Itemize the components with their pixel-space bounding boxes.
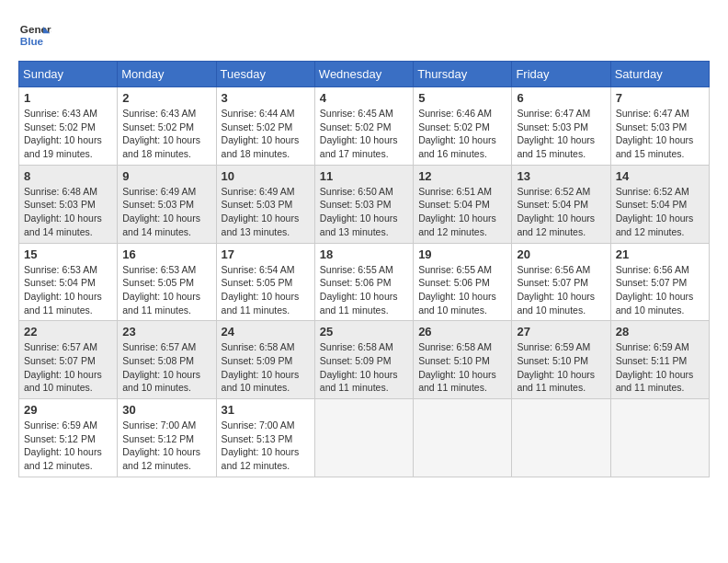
calendar-cell: 1Sunrise: 6:43 AMSunset: 5:02 PMDaylight…: [19, 87, 118, 166]
calendar-cell: 5Sunrise: 6:46 AMSunset: 5:02 PMDaylight…: [414, 87, 512, 166]
calendar-cell: 6Sunrise: 6:47 AMSunset: 5:03 PMDaylight…: [512, 87, 610, 166]
calendar-cell: 30Sunrise: 7:00 AMSunset: 5:12 PMDayligh…: [118, 399, 216, 477]
day-number: 4: [320, 91, 408, 105]
day-info: Sunrise: 6:49 AMSunset: 5:03 PMDaylight:…: [122, 185, 210, 239]
day-number: 15: [24, 247, 112, 261]
day-number: 17: [222, 247, 310, 261]
calendar-cell: 3Sunrise: 6:44 AMSunset: 5:02 PMDaylight…: [216, 87, 314, 166]
day-info: Sunrise: 6:58 AMSunset: 5:10 PMDaylight:…: [418, 340, 506, 395]
day-info: Sunrise: 6:50 AMSunset: 5:03 PMDaylight:…: [320, 185, 408, 239]
day-number: 24: [222, 325, 310, 339]
calendar-cell: [512, 399, 610, 477]
calendar-cell: 15Sunrise: 6:53 AMSunset: 5:04 PMDayligh…: [19, 243, 118, 321]
day-info: Sunrise: 6:58 AMSunset: 5:09 PMDaylight:…: [320, 340, 408, 395]
calendar-cell: 11Sunrise: 6:50 AMSunset: 5:03 PMDayligh…: [314, 165, 413, 243]
day-number: 27: [517, 325, 605, 339]
calendar-cell: 13Sunrise: 6:52 AMSunset: 5:04 PMDayligh…: [512, 165, 610, 243]
calendar-cell: 31Sunrise: 7:00 AMSunset: 5:13 PMDayligh…: [216, 399, 314, 477]
day-number: 13: [517, 169, 605, 183]
day-info: Sunrise: 6:59 AMSunset: 5:12 PMDaylight:…: [24, 419, 112, 473]
day-info: Sunrise: 6:56 AMSunset: 5:07 PMDaylight:…: [517, 263, 605, 317]
day-info: Sunrise: 6:55 AMSunset: 5:06 PMDaylight:…: [418, 263, 506, 317]
day-info: Sunrise: 6:59 AMSunset: 5:11 PMDaylight:…: [616, 340, 704, 395]
calendar-cell: 20Sunrise: 6:56 AMSunset: 5:07 PMDayligh…: [512, 243, 610, 321]
day-number: 20: [517, 247, 605, 261]
day-number: 25: [320, 325, 408, 339]
weekday-header-tuesday: Tuesday: [216, 62, 314, 87]
day-info: Sunrise: 6:43 AMSunset: 5:02 PMDaylight:…: [122, 107, 210, 161]
weekday-header-sunday: Sunday: [19, 62, 118, 87]
day-info: Sunrise: 6:52 AMSunset: 5:04 PMDaylight:…: [616, 185, 704, 239]
day-number: 31: [222, 403, 310, 417]
day-info: Sunrise: 6:57 AMSunset: 5:08 PMDaylight:…: [122, 340, 210, 395]
day-info: Sunrise: 6:49 AMSunset: 5:03 PMDaylight:…: [222, 185, 310, 239]
day-number: 6: [517, 91, 605, 105]
day-number: 21: [616, 247, 704, 261]
calendar-cell: 26Sunrise: 6:58 AMSunset: 5:10 PMDayligh…: [414, 321, 512, 399]
weekday-header-thursday: Thursday: [414, 62, 512, 87]
calendar-cell: 10Sunrise: 6:49 AMSunset: 5:03 PMDayligh…: [216, 165, 314, 243]
day-info: Sunrise: 6:46 AMSunset: 5:02 PMDaylight:…: [418, 107, 506, 161]
weekday-header-saturday: Saturday: [610, 62, 709, 87]
calendar-cell: [414, 399, 512, 477]
calendar-cell: 22Sunrise: 6:57 AMSunset: 5:07 PMDayligh…: [19, 321, 118, 399]
day-info: Sunrise: 6:53 AMSunset: 5:04 PMDaylight:…: [24, 263, 112, 317]
logo: General Blue: [18, 18, 51, 52]
calendar-cell: [314, 399, 413, 477]
calendar-cell: 8Sunrise: 6:48 AMSunset: 5:03 PMDaylight…: [19, 165, 118, 243]
svg-text:General: General: [20, 23, 51, 35]
calendar-cell: 16Sunrise: 6:53 AMSunset: 5:05 PMDayligh…: [118, 243, 216, 321]
calendar-cell: 7Sunrise: 6:47 AMSunset: 5:03 PMDaylight…: [610, 87, 709, 166]
day-number: 14: [616, 169, 704, 183]
day-info: Sunrise: 6:56 AMSunset: 5:07 PMDaylight:…: [616, 263, 704, 317]
calendar-cell: 14Sunrise: 6:52 AMSunset: 5:04 PMDayligh…: [610, 165, 709, 243]
day-number: 9: [122, 169, 210, 183]
day-number: 26: [418, 325, 506, 339]
day-number: 8: [24, 169, 112, 183]
logo-icon: General Blue: [18, 18, 51, 52]
weekday-header-row: SundayMondayTuesdayWednesdayThursdayFrid…: [19, 62, 710, 87]
weekday-header-monday: Monday: [118, 62, 216, 87]
calendar-cell: 4Sunrise: 6:45 AMSunset: 5:02 PMDaylight…: [314, 87, 413, 166]
calendar-cell: 27Sunrise: 6:59 AMSunset: 5:10 PMDayligh…: [512, 321, 610, 399]
day-info: Sunrise: 6:54 AMSunset: 5:05 PMDaylight:…: [222, 263, 310, 317]
week-row-5: 29Sunrise: 6:59 AMSunset: 5:12 PMDayligh…: [19, 399, 710, 477]
calendar-cell: 24Sunrise: 6:58 AMSunset: 5:09 PMDayligh…: [216, 321, 314, 399]
day-number: 12: [418, 169, 506, 183]
calendar-cell: 12Sunrise: 6:51 AMSunset: 5:04 PMDayligh…: [414, 165, 512, 243]
day-info: Sunrise: 7:00 AMSunset: 5:12 PMDaylight:…: [122, 419, 210, 473]
calendar-cell: 21Sunrise: 6:56 AMSunset: 5:07 PMDayligh…: [610, 243, 709, 321]
calendar-cell: 2Sunrise: 6:43 AMSunset: 5:02 PMDaylight…: [118, 87, 216, 166]
day-number: 18: [320, 247, 408, 261]
day-info: Sunrise: 6:43 AMSunset: 5:02 PMDaylight:…: [24, 107, 112, 161]
day-info: Sunrise: 7:00 AMSunset: 5:13 PMDaylight:…: [222, 419, 310, 473]
calendar-cell: [610, 399, 709, 477]
day-number: 19: [418, 247, 506, 261]
week-row-4: 22Sunrise: 6:57 AMSunset: 5:07 PMDayligh…: [19, 321, 710, 399]
week-row-2: 8Sunrise: 6:48 AMSunset: 5:03 PMDaylight…: [19, 165, 710, 243]
day-info: Sunrise: 6:57 AMSunset: 5:07 PMDaylight:…: [24, 340, 112, 395]
calendar-cell: 23Sunrise: 6:57 AMSunset: 5:08 PMDayligh…: [118, 321, 216, 399]
calendar-cell: 29Sunrise: 6:59 AMSunset: 5:12 PMDayligh…: [19, 399, 118, 477]
day-info: Sunrise: 6:47 AMSunset: 5:03 PMDaylight:…: [517, 107, 605, 161]
calendar-cell: 17Sunrise: 6:54 AMSunset: 5:05 PMDayligh…: [216, 243, 314, 321]
calendar: SundayMondayTuesdayWednesdayThursdayFrid…: [18, 61, 710, 477]
calendar-cell: 28Sunrise: 6:59 AMSunset: 5:11 PMDayligh…: [610, 321, 709, 399]
day-number: 5: [418, 91, 506, 105]
day-info: Sunrise: 6:48 AMSunset: 5:03 PMDaylight:…: [24, 185, 112, 239]
day-number: 23: [122, 325, 210, 339]
day-number: 1: [24, 91, 112, 105]
week-row-1: 1Sunrise: 6:43 AMSunset: 5:02 PMDaylight…: [19, 87, 710, 166]
weekday-header-friday: Friday: [512, 62, 610, 87]
day-number: 30: [122, 403, 210, 417]
day-info: Sunrise: 6:59 AMSunset: 5:10 PMDaylight:…: [517, 340, 605, 395]
calendar-cell: 18Sunrise: 6:55 AMSunset: 5:06 PMDayligh…: [314, 243, 413, 321]
day-number: 16: [122, 247, 210, 261]
calendar-cell: 25Sunrise: 6:58 AMSunset: 5:09 PMDayligh…: [314, 321, 413, 399]
calendar-cell: 9Sunrise: 6:49 AMSunset: 5:03 PMDaylight…: [118, 165, 216, 243]
day-number: 7: [616, 91, 704, 105]
day-number: 2: [122, 91, 210, 105]
header: General Blue: [18, 18, 710, 52]
calendar-cell: 19Sunrise: 6:55 AMSunset: 5:06 PMDayligh…: [414, 243, 512, 321]
day-number: 28: [616, 325, 704, 339]
